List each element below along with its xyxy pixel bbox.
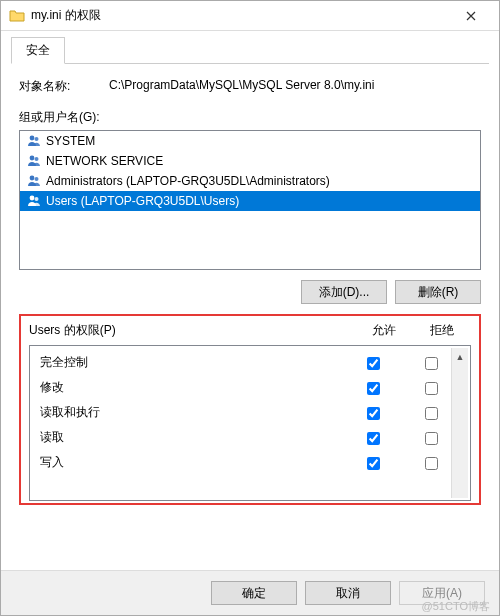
list-item-label: SYSTEM <box>46 134 95 148</box>
allow-checkbox[interactable] <box>367 457 380 470</box>
add-button[interactable]: 添加(D)... <box>301 280 387 304</box>
permission-row: 写入 <box>30 450 470 475</box>
users-icon <box>26 193 42 209</box>
object-label: 对象名称: <box>19 78 109 95</box>
svg-point-5 <box>35 177 39 181</box>
deny-checkbox[interactable] <box>425 407 438 420</box>
svg-point-7 <box>35 197 39 201</box>
deny-header: 拒绝 <box>413 322 471 339</box>
ok-button[interactable]: 确定 <box>211 581 297 605</box>
svg-point-0 <box>30 136 35 141</box>
permission-name: 完全控制 <box>40 354 344 371</box>
svg-point-1 <box>35 137 39 141</box>
users-icon <box>26 173 42 189</box>
allow-checkbox[interactable] <box>367 407 380 420</box>
window-title: my.ini 的权限 <box>31 7 451 24</box>
svg-point-4 <box>30 176 35 181</box>
allow-header: 允许 <box>355 322 413 339</box>
permission-name: 读取和执行 <box>40 404 344 421</box>
permission-row: 读取和执行 <box>30 400 470 425</box>
titlebar: my.ini 的权限 <box>1 1 499 31</box>
users-icon <box>26 153 42 169</box>
list-item-label: NETWORK SERVICE <box>46 154 163 168</box>
watermark: @51CTO博客 <box>422 599 490 614</box>
remove-button[interactable]: 删除(R) <box>395 280 481 304</box>
tabs-area: 安全 <box>1 31 499 64</box>
permissions-list: ▲ 完全控制 修改 读取和执行 读取 写入 <box>29 345 471 501</box>
permission-row: 修改 <box>30 375 470 400</box>
deny-checkbox[interactable] <box>425 382 438 395</box>
permissions-title: Users 的权限(P) <box>29 322 355 339</box>
list-buttons: 添加(D)... 删除(R) <box>19 280 481 304</box>
permission-name: 写入 <box>40 454 344 471</box>
deny-checkbox[interactable] <box>425 457 438 470</box>
deny-checkbox[interactable] <box>425 357 438 370</box>
permissions-dialog: my.ini 的权限 安全 对象名称: C:\ProgramData\MySQL… <box>0 0 500 616</box>
tab-security[interactable]: 安全 <box>11 37 65 64</box>
content: 对象名称: C:\ProgramData\MySQL\MySQL Server … <box>1 64 499 570</box>
groups-label: 组或用户名(G): <box>19 109 481 126</box>
scroll-up-icon[interactable]: ▲ <box>452 348 468 365</box>
svg-point-2 <box>30 156 35 161</box>
permission-name: 修改 <box>40 379 344 396</box>
list-item-label: Users (LAPTOP-GRQ3U5DL\Users) <box>46 194 239 208</box>
svg-point-6 <box>30 196 35 201</box>
deny-checkbox[interactable] <box>425 432 438 445</box>
list-item-label: Administrators (LAPTOP-GRQ3U5DL\Administ… <box>46 174 330 188</box>
list-item[interactable]: NETWORK SERVICE <box>20 151 480 171</box>
permission-name: 读取 <box>40 429 344 446</box>
permissions-panel: Users 的权限(P) 允许 拒绝 ▲ 完全控制 修改 读取和执行 读取 写入 <box>19 314 481 505</box>
tabs: 安全 <box>11 37 489 64</box>
permission-row: 完全控制 <box>30 350 470 375</box>
permission-row: 读取 <box>30 425 470 450</box>
object-row: 对象名称: C:\ProgramData\MySQL\MySQL Server … <box>19 78 481 95</box>
cancel-button[interactable]: 取消 <box>305 581 391 605</box>
list-item[interactable]: Users (LAPTOP-GRQ3U5DL\Users) <box>20 191 480 211</box>
users-icon <box>26 133 42 149</box>
svg-point-3 <box>35 157 39 161</box>
list-item[interactable]: SYSTEM <box>20 131 480 151</box>
allow-checkbox[interactable] <box>367 382 380 395</box>
object-value: C:\ProgramData\MySQL\MySQL Server 8.0\my… <box>109 78 481 95</box>
folder-icon <box>9 8 25 24</box>
groups-listbox[interactable]: SYSTEMNETWORK SERVICEAdministrators (LAP… <box>19 130 481 270</box>
permissions-header: Users 的权限(P) 允许 拒绝 <box>29 322 471 339</box>
allow-checkbox[interactable] <box>367 432 380 445</box>
close-button[interactable] <box>451 2 491 30</box>
scrollbar[interactable]: ▲ <box>451 348 468 498</box>
list-item[interactable]: Administrators (LAPTOP-GRQ3U5DL\Administ… <box>20 171 480 191</box>
allow-checkbox[interactable] <box>367 357 380 370</box>
